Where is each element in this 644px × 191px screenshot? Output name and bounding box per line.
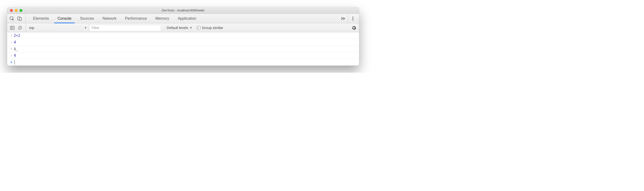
console-toolbar: top ▼ Default levels ▼ Group similar xyxy=(7,23,359,32)
window-title: DevTools - localhost:8080/web/ xyxy=(7,8,359,12)
close-window-button[interactable] xyxy=(10,9,13,12)
tab-strip-left-tools xyxy=(8,14,26,23)
context-label: top xyxy=(29,26,34,30)
devtools-window: DevTools - localhost:8080/web/ ElementsC… xyxy=(7,7,359,66)
clear-console-icon[interactable] xyxy=(17,24,23,31)
svg-point-3 xyxy=(352,17,354,17)
console-prompt-line xyxy=(7,59,359,66)
tab-network[interactable]: Network xyxy=(98,14,121,23)
settings-gear-icon[interactable] xyxy=(350,24,357,31)
chevron-down-icon: ▼ xyxy=(190,26,192,29)
svg-line-9 xyxy=(19,27,21,29)
zoom-window-button[interactable] xyxy=(20,9,22,12)
toggle-sidebar-icon[interactable] xyxy=(9,24,16,31)
tab-strip: ElementsConsoleSourcesNetworkPerformance… xyxy=(7,14,359,23)
text-cursor xyxy=(14,60,15,64)
minimize-window-button[interactable] xyxy=(15,9,18,12)
tab-elements[interactable]: Elements xyxy=(29,14,53,23)
console-code: 2+2 xyxy=(14,33,20,38)
tab-memory[interactable]: Memory xyxy=(151,14,173,23)
toggle-device-toolbar-icon[interactable] xyxy=(16,15,23,22)
svg-rect-0 xyxy=(10,17,13,19)
filter-input[interactable] xyxy=(89,25,160,31)
output-indicator-icon xyxy=(9,54,14,57)
console-input-line: $_ xyxy=(7,46,359,52)
svg-rect-2 xyxy=(20,17,22,20)
input-chevron-icon xyxy=(9,34,14,37)
console-prompt-input[interactable] xyxy=(14,60,15,64)
tab-performance[interactable]: Performance xyxy=(121,14,151,23)
svg-point-10 xyxy=(10,42,11,42)
console-code: $_ xyxy=(14,47,18,51)
console-result: 4 xyxy=(14,40,16,44)
svg-point-5 xyxy=(352,19,354,20)
kebab-menu-icon[interactable] xyxy=(348,14,358,23)
svg-point-11 xyxy=(10,55,11,56)
output-indicator-icon xyxy=(9,41,14,44)
tabs-overflow-button[interactable] xyxy=(338,14,348,23)
console-log-area[interactable]: 2+24$_4 xyxy=(7,32,359,66)
checkbox-icon[interactable] xyxy=(197,26,200,30)
inspect-element-icon[interactable] xyxy=(8,15,15,22)
execution-context-selector[interactable]: top ▼ xyxy=(27,24,89,31)
prompt-chevron-icon xyxy=(9,61,14,64)
console-input-line: 2+2 xyxy=(7,32,359,39)
tab-sources[interactable]: Sources xyxy=(76,14,98,23)
traffic-lights xyxy=(7,9,22,12)
group-similar-label: Group similar xyxy=(202,26,223,30)
tab-console[interactable]: Console xyxy=(53,14,76,23)
group-similar-toggle[interactable]: Group similar xyxy=(197,26,223,30)
input-chevron-icon xyxy=(9,47,14,50)
titlebar: DevTools - localhost:8080/web/ xyxy=(7,7,359,14)
console-result: 4 xyxy=(14,53,16,58)
levels-label: Default levels xyxy=(167,26,188,30)
svg-rect-6 xyxy=(10,26,14,29)
chevron-down-icon: ▼ xyxy=(84,26,87,29)
panel-tabs: ElementsConsoleSourcesNetworkPerformance… xyxy=(26,14,338,23)
toolbar-left-group xyxy=(9,23,26,32)
console-output-line: 4 xyxy=(7,52,359,59)
svg-point-4 xyxy=(352,18,354,19)
console-output-line: 4 xyxy=(7,39,359,46)
log-levels-selector[interactable]: Default levels ▼ xyxy=(167,26,192,30)
tab-application[interactable]: Application xyxy=(173,14,200,23)
